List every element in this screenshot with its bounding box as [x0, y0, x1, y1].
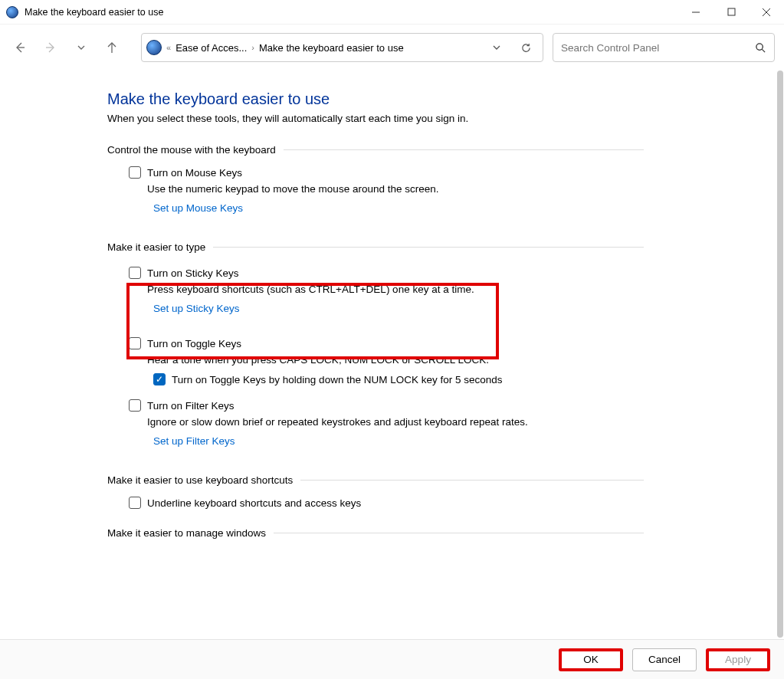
address-bar[interactable]: « Ease of Acces... › Make the keyboard e… [141, 33, 543, 62]
mouse-keys-checkbox[interactable] [129, 166, 141, 179]
setup-filter-keys-link[interactable]: Set up Filter Keys [153, 435, 235, 447]
sticky-keys-desc: Press keyboard shortcuts (such as CTRL+A… [147, 284, 659, 295]
content-area: Make the keyboard easier to use When you… [0, 71, 784, 639]
filter-keys-label[interactable]: Turn on Filter Keys [147, 400, 235, 412]
toggle-keys-checkbox[interactable] [129, 337, 141, 349]
section-header-windows: Make it easier to manage windows [107, 527, 659, 539]
breadcrumb-item[interactable]: Make the keyboard easier to use [259, 42, 404, 54]
toggle-keys-desc: Hear a tone when you press CAPS LOCK, NU… [147, 354, 659, 366]
apply-button[interactable]: Apply [706, 648, 770, 671]
recent-dropdown[interactable] [67, 34, 95, 61]
navbar: « Ease of Acces... › Make the keyboard e… [0, 25, 784, 71]
close-button[interactable] [749, 0, 784, 25]
breadcrumb-sep-icon: « [166, 43, 171, 52]
section-header-mouse: Control the mouse with the keyboard [107, 144, 659, 156]
toggle-keys-label[interactable]: Turn on Toggle Keys [147, 338, 241, 349]
minimize-button[interactable] [678, 0, 713, 25]
mouse-keys-label[interactable]: Turn on Mouse Keys [147, 167, 242, 179]
breadcrumb-item[interactable]: Ease of Acces... [175, 42, 247, 54]
section-header-shortcuts: Make it easier to use keyboard shortcuts [107, 474, 659, 486]
cancel-button[interactable]: Cancel [632, 648, 697, 671]
app-icon [6, 6, 18, 18]
window-title: Make the keyboard easier to use [25, 7, 163, 18]
section-header-typing: Make it easier to type [107, 241, 659, 253]
search-input[interactable] [561, 42, 749, 54]
titlebar: Make the keyboard easier to use [0, 0, 784, 25]
filter-keys-desc: Ignore or slow down brief or repeated ke… [147, 416, 659, 428]
ok-button[interactable]: OK [559, 648, 623, 671]
underline-shortcuts-label[interactable]: Underline keyboard shortcuts and access … [147, 497, 361, 509]
search-box[interactable] [553, 33, 775, 62]
search-icon [755, 42, 766, 54]
sticky-keys-checkbox[interactable] [129, 267, 141, 279]
page-title: Make the keyboard easier to use [107, 90, 659, 108]
breadcrumb-chevron-icon: › [251, 43, 254, 52]
toggle-keys-numlock-checkbox[interactable] [153, 373, 166, 385]
address-dropdown[interactable] [484, 34, 509, 61]
svg-line-8 [762, 49, 765, 52]
control-panel-icon [146, 40, 162, 55]
underline-shortcuts-checkbox[interactable] [129, 497, 141, 509]
toggle-keys-numlock-label[interactable]: Turn on Toggle Keys by holding down the … [172, 374, 502, 385]
svg-rect-1 [728, 8, 735, 15]
maximize-button[interactable] [713, 0, 749, 25]
footer-buttons: OK Cancel Apply [0, 639, 784, 679]
setup-mouse-keys-link[interactable]: Set up Mouse Keys [153, 202, 243, 214]
up-button[interactable] [98, 34, 126, 61]
mouse-keys-desc: Use the numeric keypad to move the mouse… [147, 183, 659, 195]
page-subtitle: When you select these tools, they will a… [107, 113, 659, 124]
forward-button[interactable] [37, 34, 64, 61]
scrollbar[interactable] [777, 71, 783, 638]
sticky-keys-label[interactable]: Turn on Sticky Keys [147, 267, 239, 279]
svg-point-7 [756, 43, 763, 49]
setup-sticky-keys-link[interactable]: Set up Sticky Keys [153, 303, 240, 314]
filter-keys-checkbox[interactable] [129, 399, 141, 412]
back-button[interactable] [6, 34, 34, 61]
refresh-button[interactable] [513, 34, 538, 61]
